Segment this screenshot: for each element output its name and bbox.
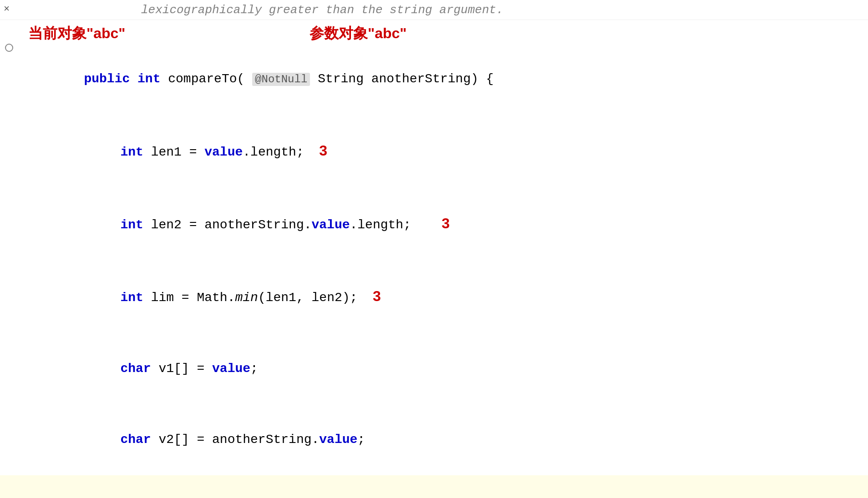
kw-int-1: int [137, 72, 168, 86]
gutter-icon-1 [5, 44, 13, 52]
code-line-v2: char v2[] = anotherString.value; [0, 404, 868, 475]
top-comment: lexicographically greater than the strin… [23, 3, 503, 17]
len2-rest: .length; [350, 218, 442, 232]
kw-int-2: int [120, 145, 151, 159]
code-line-empty [0, 475, 868, 498]
line-v1: char v1[] = value; [18, 333, 868, 404]
value-blue-3: value [212, 362, 250, 376]
v1-rest: ; [250, 362, 258, 376]
value-blue-4: value [319, 433, 357, 447]
lim-code: lim = Math.min(len1, len2); [151, 291, 373, 305]
annotation-param-label: 参数对象"abc" [310, 24, 406, 44]
code-area: public int compareTo( @NotNull String an… [0, 44, 868, 498]
value-blue-2: value [312, 218, 350, 232]
line-len1: int len1 = value.length; 3 [18, 115, 868, 188]
method-params: String anotherString) { [310, 72, 493, 86]
code-line-len2: int len2 = anotherString.value.length; 3 [0, 188, 868, 261]
method-name: compareTo( [168, 72, 252, 86]
kw-int-4: int [120, 291, 151, 305]
annotation-current-label: 当前对象"abc" [28, 24, 125, 44]
code-line-lim: int lim = Math.min(len1, len2); 3 [0, 261, 868, 333]
value-blue-1: value [204, 145, 243, 159]
kw-char-2: char [120, 433, 158, 447]
kw-int-3: int [120, 218, 151, 232]
v2-rest: ; [357, 433, 365, 447]
annotation-num-1: 3 [319, 142, 327, 159]
line-lim: int lim = Math.min(len1, len2); 3 [18, 261, 868, 333]
close-icon[interactable]: × [4, 4, 10, 15]
annotation-num-3: 3 [373, 288, 381, 304]
line-empty [18, 475, 868, 498]
gutter-1 [0, 44, 18, 52]
len1-rest: .length; [243, 145, 319, 159]
len1-code: len1 = [151, 145, 205, 159]
v1-code: v1[] = [158, 362, 212, 376]
code-line-signature: public int compareTo( @NotNull String an… [0, 44, 868, 115]
v2-code: v2[] = anotherString. [158, 433, 319, 447]
len2-code: len2 = anotherString. [151, 218, 312, 232]
kw-public: public [84, 72, 137, 86]
annotation-num-2: 3 [442, 215, 450, 231]
code-line-v1: char v1[] = value; [0, 333, 868, 404]
line-v2: char v2[] = anotherString.value; [18, 404, 868, 475]
kw-char-1: char [120, 362, 158, 376]
code-line-len1: int len1 = value.length; 3 [0, 115, 868, 188]
editor-container: × lexicographically greater than the str… [0, 0, 868, 498]
notnull-badge: @NotNull [252, 73, 310, 86]
line-len2: int len2 = anotherString.value.length; 3 [18, 188, 868, 261]
line-signature: public int compareTo( @NotNull String an… [18, 44, 868, 115]
